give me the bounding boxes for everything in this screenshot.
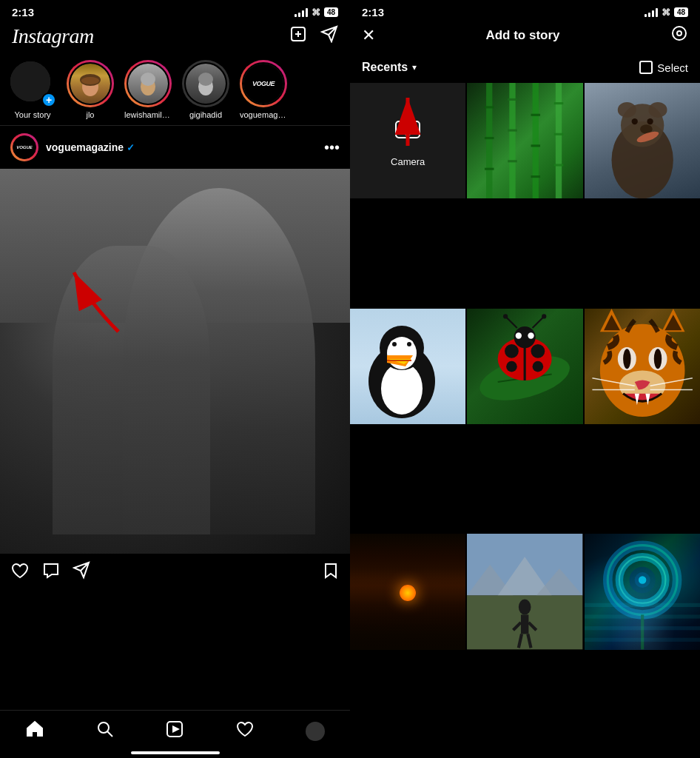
right-wifi-icon: ⌘ bbox=[662, 7, 670, 18]
svg-point-45 bbox=[381, 363, 423, 415]
more-options-button[interactable]: ••• bbox=[324, 139, 340, 156]
share-button[interactable] bbox=[73, 561, 92, 585]
add-to-story-title: Add to story bbox=[485, 28, 559, 43]
svg-rect-31 bbox=[531, 175, 541, 178]
bear-bg bbox=[585, 83, 700, 198]
svg-point-41 bbox=[631, 118, 637, 124]
nav-heart-button[interactable] bbox=[235, 720, 255, 743]
photo-puffin[interactable] bbox=[350, 309, 465, 424]
photo-ladybug[interactable] bbox=[467, 309, 582, 424]
post-photo-bw bbox=[0, 169, 350, 554]
svg-point-68 bbox=[516, 332, 522, 338]
add-story-badge[interactable]: + bbox=[41, 93, 56, 107]
story-item-gigihadid[interactable]: gigihadid bbox=[182, 60, 229, 119]
svg-point-11 bbox=[98, 722, 109, 733]
right-status-bar: 2:13 ⌘ 48 bbox=[350, 0, 700, 21]
left-battery: 48 bbox=[324, 7, 338, 17]
lewis-avatar-inner bbox=[127, 62, 169, 105]
add-post-icon[interactable] bbox=[289, 25, 307, 47]
svg-rect-92 bbox=[521, 615, 528, 634]
lewis-label: lewishamilton bbox=[124, 110, 172, 119]
peacock-shimmer bbox=[585, 534, 700, 649]
svg-rect-30 bbox=[531, 144, 541, 147]
signal-bar-2 bbox=[298, 13, 300, 17]
select-label: Select bbox=[657, 61, 688, 74]
svg-rect-35 bbox=[554, 164, 564, 166]
svg-point-16 bbox=[677, 31, 682, 36]
nav-home-button[interactable] bbox=[25, 720, 44, 743]
svg-point-9 bbox=[198, 73, 213, 86]
post-avatar-ring: VOGUE bbox=[10, 133, 38, 161]
stories-row: + Your story bbox=[0, 54, 350, 125]
bear-svg bbox=[585, 83, 700, 198]
close-button[interactable]: ✕ bbox=[362, 26, 375, 45]
photo-peacock[interactable] bbox=[585, 534, 700, 649]
photo-person-left bbox=[53, 246, 210, 534]
right-signal-bar-3 bbox=[652, 10, 654, 17]
select-icon bbox=[639, 61, 653, 74]
vogue-text: VOGUE bbox=[252, 80, 275, 87]
photo-person-landscape[interactable] bbox=[467, 534, 582, 649]
puffin-svg bbox=[357, 315, 446, 418]
svg-point-15 bbox=[673, 27, 686, 40]
gigi-story-ring bbox=[182, 60, 229, 107]
svg-point-61 bbox=[506, 361, 517, 372]
send-icon[interactable] bbox=[320, 25, 338, 47]
left-header: Instagram bbox=[0, 21, 350, 54]
header-icons bbox=[289, 25, 338, 47]
post-header: VOGUE voguemagazine ✓ ••• bbox=[0, 126, 350, 169]
svg-point-49 bbox=[392, 342, 397, 346]
svg-rect-21 bbox=[485, 106, 494, 108]
svg-point-69 bbox=[528, 332, 534, 338]
story-item-lewishamilton[interactable]: lewishamilton bbox=[124, 60, 172, 119]
left-panel: 2:13 ⌘ 48 Instagram bbox=[0, 0, 350, 758]
recents-dropdown[interactable]: Recents ▾ bbox=[362, 61, 417, 74]
svg-rect-26 bbox=[508, 130, 518, 132]
signal-bars bbox=[295, 8, 308, 17]
svg-marker-14 bbox=[172, 725, 180, 733]
like-button[interactable] bbox=[10, 561, 30, 585]
vogue-avatar-logo: VOGUE bbox=[243, 64, 283, 104]
settings-button[interactable] bbox=[670, 24, 688, 46]
svg-rect-29 bbox=[531, 114, 541, 116]
svg-line-64 bbox=[505, 316, 517, 328]
nav-reels-button[interactable] bbox=[165, 720, 184, 743]
jlo-avatar-inner bbox=[69, 62, 112, 105]
svg-rect-27 bbox=[508, 160, 518, 162]
story-item-your-story[interactable]: + Your story bbox=[9, 60, 56, 119]
bookmark-button[interactable] bbox=[322, 562, 340, 584]
story-item-voguemagazine[interactable]: VOGUE voguemaga... bbox=[240, 60, 287, 119]
vogue-avatar-inner: VOGUE bbox=[242, 62, 285, 105]
photo-grid: Camera bbox=[350, 83, 700, 758]
nav-search-button[interactable] bbox=[95, 720, 115, 743]
left-status-bar: 2:13 ⌘ 48 bbox=[0, 0, 350, 21]
svg-point-91 bbox=[519, 600, 531, 615]
lewis-avatar-wrap bbox=[124, 60, 172, 107]
comment-button[interactable] bbox=[41, 561, 61, 585]
select-button[interactable]: Select bbox=[639, 61, 688, 74]
nav-profile-button[interactable] bbox=[306, 722, 325, 741]
right-battery: 48 bbox=[674, 7, 688, 17]
svg-point-67 bbox=[542, 314, 546, 318]
svg-point-62 bbox=[533, 361, 544, 372]
post-avatar-inner: VOGUE bbox=[13, 135, 36, 159]
vogue-avatar-wrap: VOGUE bbox=[240, 60, 287, 107]
photo-sunset[interactable] bbox=[350, 534, 465, 649]
story-item-jlo[interactable]: jlo bbox=[67, 60, 114, 119]
right-time: 2:13 bbox=[362, 6, 384, 19]
svg-rect-28 bbox=[533, 83, 539, 198]
photo-tiger[interactable] bbox=[585, 309, 700, 424]
your-story-avatar-wrap: + bbox=[9, 60, 56, 107]
photo-bear[interactable] bbox=[585, 83, 700, 198]
camera-cell[interactable]: Camera bbox=[350, 83, 465, 198]
photo-bamboo[interactable] bbox=[467, 83, 582, 198]
gigi-avatar-wrap bbox=[182, 60, 229, 107]
svg-point-5 bbox=[81, 77, 99, 84]
jlo-story-ring bbox=[67, 60, 114, 107]
vogue-label: voguemaga... bbox=[240, 110, 287, 119]
recents-label: Recents bbox=[362, 61, 408, 74]
right-header: ✕ Add to story bbox=[350, 21, 700, 55]
right-status-right: ⌘ 48 bbox=[645, 7, 688, 18]
post-user[interactable]: VOGUE voguemagazine ✓ bbox=[10, 133, 135, 161]
svg-rect-32 bbox=[556, 83, 562, 198]
